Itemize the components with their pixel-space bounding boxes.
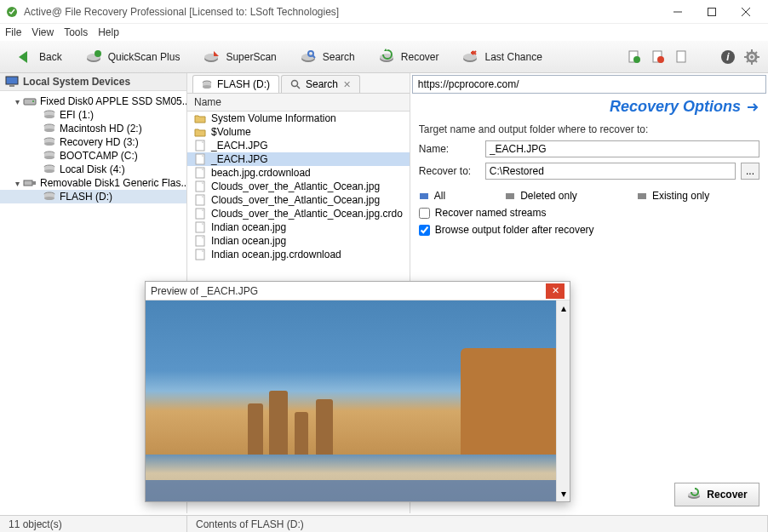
svg-point-17: [463, 54, 477, 60]
browse-folder-label: Browse output folder after recovery: [435, 224, 594, 236]
expand-icon[interactable]: ▾: [15, 97, 20, 106]
name-label: Name:: [419, 143, 480, 155]
menu-view[interactable]: View: [32, 26, 54, 38]
svg-line-63: [297, 86, 300, 89]
svg-line-32: [755, 60, 757, 62]
file-name: Indian ocean.jpg: [211, 221, 286, 233]
svg-rect-75: [638, 193, 646, 199]
preview-titlebar[interactable]: Preview of _EACH.JPG ✕: [146, 282, 570, 300]
svg-rect-35: [6, 77, 18, 84]
lastchance-icon: [461, 48, 479, 66]
menu-tools[interactable]: Tools: [64, 26, 88, 38]
svg-rect-2: [708, 8, 716, 15]
quickscan-button[interactable]: QuickScan Plus: [76, 44, 189, 70]
list-item[interactable]: beach.jpg.crdownload: [187, 166, 410, 180]
file-icon: [194, 235, 206, 247]
superscan-label: SuperScan: [226, 51, 276, 63]
list-item[interactable]: Clouds_over_the_Atlantic_Ocean.jpg.crdo: [187, 207, 410, 220]
scroll-up-icon[interactable]: ▴: [561, 302, 566, 314]
name-input[interactable]: [485, 140, 759, 157]
doc-icon[interactable]: [673, 48, 691, 66]
tree-node[interactable]: Macintosh HD (2:): [0, 122, 186, 135]
minimize-button[interactable]: [661, 0, 695, 24]
search-button[interactable]: Search: [290, 44, 364, 70]
filter-existing-icon: [637, 191, 647, 201]
expand-icon[interactable]: ▾: [15, 179, 20, 188]
target-desc: Target name and output folder where to r…: [419, 123, 759, 135]
filter-deleted[interactable]: Deleted only: [505, 190, 577, 202]
file-icon: [194, 249, 206, 260]
browse-folder-checkbox[interactable]: [419, 225, 430, 236]
recover-button-toolbar[interactable]: Recover: [369, 44, 448, 70]
file-icon: [194, 167, 206, 179]
svg-point-19: [633, 56, 640, 63]
tree-node[interactable]: BOOTCAMP (C:): [0, 149, 186, 163]
browse-button[interactable]: ...: [741, 163, 759, 180]
folder-icon: [194, 126, 206, 138]
list-item[interactable]: _EACH.JPG: [187, 152, 410, 166]
close-tab-icon[interactable]: ✕: [343, 79, 351, 90]
volume-icon: [202, 79, 212, 89]
filter-all[interactable]: All: [419, 190, 445, 202]
list-item[interactable]: System Volume Information: [187, 112, 410, 125]
preview-scrollbar[interactable]: ▴ ▾: [556, 300, 570, 501]
back-button[interactable]: Back: [7, 44, 71, 70]
disk-icon: [23, 95, 37, 107]
tree-label: FLASH (D:): [60, 191, 112, 203]
superscan-button[interactable]: SuperScan: [193, 44, 284, 70]
tree-node[interactable]: Recovery HD (3:): [0, 135, 186, 149]
volume-icon: [43, 136, 56, 148]
svg-line-33: [747, 60, 748, 62]
info-icon[interactable]: i: [719, 48, 737, 66]
file-name: Clouds_over_the_Atlantic_Ocean.jpg: [211, 180, 380, 192]
scroll-down-icon[interactable]: ▾: [561, 488, 566, 500]
tree-label: Local Disk (4:): [60, 163, 125, 175]
list-item[interactable]: $Volume: [187, 125, 410, 139]
gear-icon[interactable]: [742, 48, 761, 66]
tree-label: EFI (1:): [60, 109, 94, 121]
recover-to-input[interactable]: [485, 163, 736, 180]
tree-node[interactable]: EFI (1:): [0, 108, 186, 122]
svg-rect-74: [506, 193, 514, 199]
menu-help[interactable]: Help: [98, 26, 119, 38]
tab-flash[interactable]: FLASH (D:): [192, 75, 279, 93]
filter-existing[interactable]: Existing only: [637, 190, 709, 202]
list-item[interactable]: Clouds_over_the_Atlantic_Ocean.jpg: [187, 193, 410, 207]
recover-action-button[interactable]: Recover: [674, 483, 759, 506]
device-tree: ▾Fixed Disk0 APPLE SSD SM05...EFI (1:)Ma…: [0, 91, 186, 207]
file-name: beach.jpg.crdownload: [211, 167, 311, 179]
recover-streams-checkbox[interactable]: [419, 208, 430, 219]
svg-point-26: [750, 55, 754, 59]
close-button[interactable]: [729, 0, 763, 24]
tree-node[interactable]: FLASH (D:): [0, 190, 186, 203]
tree-label: Removable Disk1 Generic Flas...: [40, 177, 186, 189]
svg-point-50: [44, 156, 54, 159]
doc-ok-icon[interactable]: [625, 48, 644, 66]
list-item[interactable]: Clouds_over_the_Atlantic_Ocean.jpg: [187, 180, 410, 193]
tree-node[interactable]: ▾Removable Disk1 Generic Flas...: [0, 176, 186, 190]
lastchance-button[interactable]: Last Chance: [452, 44, 550, 70]
list-item[interactable]: Indian ocean.jpg: [187, 220, 410, 234]
list-item[interactable]: Indian ocean.jpg.crdownload: [187, 248, 410, 261]
preview-close-button[interactable]: ✕: [546, 283, 565, 299]
volume-icon: [43, 191, 56, 203]
svg-point-44: [44, 129, 54, 132]
menu-file[interactable]: File: [5, 26, 21, 38]
maximize-button[interactable]: [695, 0, 729, 24]
tree-node[interactable]: ▾Fixed Disk0 APPLE SSD SM05...: [0, 94, 186, 108]
column-header-name[interactable]: Name: [187, 94, 410, 112]
file-name: Indian ocean.jpg.crdownload: [211, 249, 341, 260]
tree-node[interactable]: Local Disk (4:): [0, 163, 186, 176]
filter-deleted-icon: [505, 191, 515, 201]
svg-point-21: [657, 56, 664, 63]
svg-point-7: [95, 50, 101, 57]
list-item[interactable]: Indian ocean.jpg: [187, 234, 410, 248]
preview-title-label: Preview of _EACH.JPG: [151, 285, 546, 297]
usb-icon: [23, 177, 37, 189]
list-item[interactable]: _EACH.JPG: [187, 139, 410, 152]
tab-search[interactable]: Search ✕: [281, 75, 360, 93]
arrow-right-icon[interactable]: [746, 100, 759, 114]
doc-del-icon[interactable]: [649, 48, 668, 66]
recover-to-label: Recover to:: [419, 165, 480, 177]
preview-window: Preview of _EACH.JPG ✕ ▴ ▾: [145, 281, 570, 502]
